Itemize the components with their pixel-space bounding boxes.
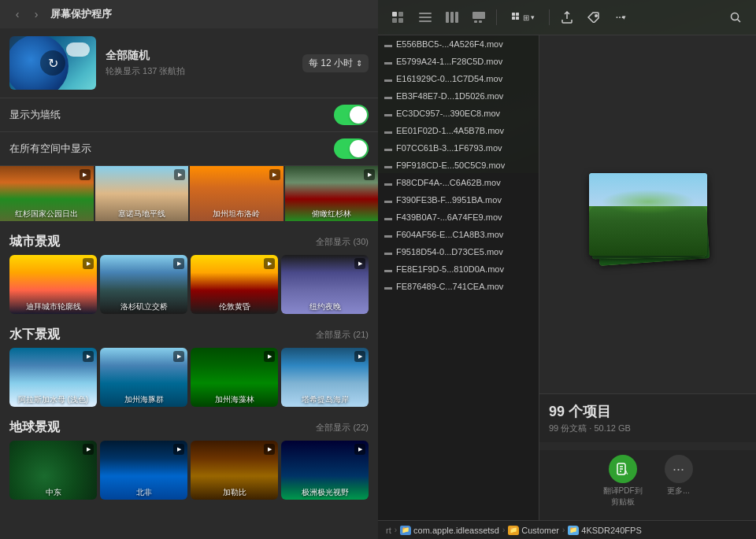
- file-name: F604AF56-E...C1A8B3.mov: [396, 230, 532, 239]
- category-grid-city: ▶ 迪拜城市轮廓线 ▶ 洛杉矶立交桥 ▶ 伦敦黄昏 ▶ 纽约夜晚: [9, 255, 369, 314]
- item-label: 阿拉斯加水母 (浅色): [9, 394, 97, 405]
- toggle-wallpaper-switch[interactable]: [334, 105, 369, 125]
- svg-rect-13: [512, 13, 515, 16]
- item-label: 迪拜城市轮廓线: [9, 301, 97, 312]
- table-row[interactable]: ▬ F07CC61B-3...1F6793.mov: [378, 139, 539, 157]
- path-label-idleassets: com.apple.idleassetsd: [413, 526, 499, 535]
- list-item[interactable]: ▶ 阿拉斯加水母 (浅色): [9, 348, 97, 407]
- path-item-customer[interactable]: 📁 Customer: [508, 526, 559, 535]
- file-icon: ▬: [384, 144, 392, 153]
- table-row[interactable]: ▬ E5799A24-1...F28C5D.mov: [378, 53, 539, 70]
- list-item[interactable]: ▶ 红杉国家公园日出: [0, 166, 94, 221]
- list-view-button[interactable]: [414, 6, 436, 28]
- more-options-button[interactable]: ··· ▾: [610, 6, 632, 28]
- table-row[interactable]: ▬ F9F918CD-E...50C5C9.mov: [378, 157, 539, 174]
- list-item[interactable]: ▶ 塔希提岛海岸: [281, 348, 369, 407]
- list-item[interactable]: ▶ 北非: [100, 441, 187, 500]
- file-icon: ▬: [384, 127, 392, 135]
- list-item[interactable]: ▶ 加州坦布洛岭: [190, 166, 284, 221]
- play-icon: ▶: [264, 351, 275, 362]
- path-label-customer: Customer: [521, 526, 559, 535]
- svg-rect-0: [392, 12, 397, 17]
- list-item[interactable]: ▶ 中东: [9, 441, 97, 500]
- path-text-rt: rt: [386, 526, 391, 535]
- list-item[interactable]: ▶ 俯瞰红杉林: [285, 166, 379, 221]
- table-row[interactable]: ▬ E556BBC5-...4A526F4.mov: [378, 35, 539, 53]
- file-icon: ▬: [384, 161, 392, 170]
- file-name: FE876489-C...741CEA.mov: [396, 282, 532, 291]
- chevron-icon-3: ›: [562, 526, 565, 534]
- featured-title: 全部随机: [106, 49, 293, 63]
- finder-main: ▬ E556BBC5-...4A526F4.mov ▬ E5799A24-1..…: [378, 35, 756, 520]
- table-row[interactable]: ▬ F9518D54-0...D73CE5.mov: [378, 243, 539, 260]
- file-icon: ▬: [384, 92, 392, 101]
- list-item[interactable]: ▶ 纽约夜晚: [281, 255, 369, 314]
- more-actions-button[interactable]: ··· 更多...: [657, 450, 701, 512]
- play-icon: ▶: [264, 258, 275, 269]
- list-item[interactable]: ▶ 加勒比: [191, 441, 278, 500]
- table-row[interactable]: ▬ F604AF56-E...C1A8B3.mov: [378, 226, 539, 243]
- svg-rect-10: [472, 12, 485, 19]
- translate-icon: A: [609, 455, 637, 483]
- right-panel: ⊞ ▾ ··· ▾: [378, 0, 756, 539]
- file-name: FE8E1F9D-5...810D0A.mov: [396, 264, 532, 274]
- item-label: 伦敦黄昏: [191, 301, 278, 312]
- file-name: F390FE3B-F...9951BA.mov: [396, 195, 532, 205]
- columns-view-button[interactable]: [441, 6, 463, 28]
- list-item[interactable]: ▶ 加州海藻林: [191, 348, 278, 407]
- top-bar: ‹ › 屏幕保护程序: [0, 0, 378, 28]
- list-item[interactable]: ▶ 极洲极光视野: [281, 441, 369, 500]
- item-label: 塔希提岛海岸: [281, 394, 369, 405]
- table-row[interactable]: ▬ FE876489-C...741CEA.mov: [378, 278, 539, 295]
- list-item[interactable]: ▶ 加州海豚群: [100, 348, 187, 407]
- category-more-earth[interactable]: 全部显示 (22): [316, 422, 369, 434]
- time-selector[interactable]: 每 12 小时 ⇕: [302, 54, 369, 72]
- preview-actions: A 翻译PDF到 剪贴板 ··· 更多...: [539, 450, 756, 520]
- featured-thumbnail: ↻: [9, 36, 96, 90]
- list-item[interactable]: ▶ 迪拜城市轮廓线: [9, 255, 97, 314]
- separator-2: [549, 9, 550, 25]
- time-label: 每 12 小时: [309, 57, 353, 70]
- table-row[interactable]: ▬ F439B0A7-...6A74FE9.mov: [378, 209, 539, 226]
- back-button[interactable]: ‹: [9, 6, 25, 22]
- share-button[interactable]: [556, 6, 578, 28]
- translate-label: 翻译PDF到 剪贴板: [603, 485, 643, 508]
- category-grid-earth: ▶ 中东 ▶ 北非 ▶ 加勒比 ▶ 极洲极光视野: [9, 441, 369, 500]
- refresh-icon: ↻: [40, 50, 65, 76]
- finder-toolbar: ⊞ ▾ ··· ▾: [378, 0, 756, 35]
- grid-view-button[interactable]: [387, 6, 410, 28]
- chevron-down-icon-2: ▾: [622, 13, 626, 21]
- category-more-underwater[interactable]: 全部显示 (21): [316, 329, 369, 341]
- path-item-4ksdr[interactable]: 📁 4KSDR240FPS: [568, 526, 641, 535]
- play-icon: ▶: [83, 444, 94, 455]
- table-row[interactable]: ▬ FE8E1F9D-5...810D0A.mov: [378, 260, 539, 278]
- svg-line-19: [738, 20, 741, 23]
- translate-pdf-button[interactable]: A 翻译PDF到 剪贴板: [595, 450, 650, 512]
- list-item[interactable]: ▶ 塞诺马地平线: [95, 166, 189, 221]
- file-icon: ▬: [384, 265, 392, 274]
- svg-rect-14: [516, 13, 519, 16]
- file-name: E161929C-0...1C7D54.mov: [396, 74, 532, 83]
- search-button[interactable]: [724, 6, 747, 28]
- toggle-spaces-switch[interactable]: [334, 138, 369, 159]
- path-item-idleassets[interactable]: 📁 com.apple.idleassetsd: [400, 526, 499, 535]
- forward-button[interactable]: ›: [28, 6, 44, 22]
- svg-rect-6: [419, 20, 432, 22]
- list-item[interactable]: ▶ 洛杉矶立交桥: [100, 255, 187, 314]
- table-row[interactable]: ▬ EE01F02D-1...4A5B7B.mov: [378, 122, 539, 139]
- path-label-4ksdr: 4KSDR240FPS: [581, 526, 641, 535]
- folder-blue-icon: 📁: [400, 526, 411, 535]
- table-row[interactable]: ▬ F88CDF4A-...C6A62B.mov: [378, 174, 539, 191]
- list-item[interactable]: ▶ 伦敦黄昏: [191, 255, 278, 314]
- table-row[interactable]: ▬ EC3DC957-...390EC8.mov: [378, 105, 539, 122]
- category-more-city[interactable]: 全部显示 (30): [316, 236, 369, 248]
- file-icon: ▬: [384, 196, 392, 205]
- gallery-view-button[interactable]: [468, 6, 490, 28]
- table-row[interactable]: ▬ EB3F48E7-D...1D5026.mov: [378, 87, 539, 105]
- table-row[interactable]: ▬ E161929C-0...1C7D54.mov: [378, 70, 539, 87]
- tag-button[interactable]: [583, 6, 605, 28]
- play-icon: ▶: [173, 258, 184, 269]
- toggle-wallpaper-label: 显示为墙纸: [9, 108, 61, 122]
- arrange-button[interactable]: ⊞ ▾: [503, 6, 543, 28]
- table-row[interactable]: ▬ F390FE3B-F...9951BA.mov: [378, 191, 539, 209]
